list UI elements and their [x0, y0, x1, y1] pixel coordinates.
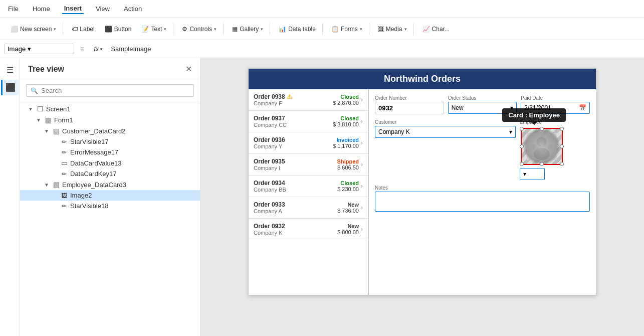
formula-input[interactable] [108, 44, 640, 54]
tree-node-starvisible17[interactable]: ▼ ✏ StarVisible17 [20, 136, 200, 147]
fx-button[interactable]: fx ▾ [90, 44, 106, 54]
search-input[interactable] [41, 87, 189, 94]
gallery-button[interactable]: ▦ Gallery ▾ [228, 23, 268, 35]
handle-bottom-left[interactable] [520, 162, 524, 166]
search-icon: 🔍 [31, 87, 38, 94]
chevron-right-icon: › [361, 139, 363, 146]
tree-node-datacardkey17[interactable]: ▼ ✏ DataCardKey17 [20, 169, 200, 179]
menu-insert[interactable]: Insert [62, 4, 84, 14]
chevron-right-icon: › [361, 96, 363, 103]
order-item[interactable]: Order 0932 Company K New $ 800.00 › [249, 219, 368, 240]
chevron-right-icon: › [361, 118, 363, 125]
node-label: StarVisible17 [70, 138, 108, 145]
employee-field: Employee [520, 119, 590, 180]
order-item[interactable]: Order 0937 Company CC Closed $ 3,810.00 … [249, 111, 368, 132]
chevron-down-icon: ▾ [360, 27, 362, 32]
node-label: Employee_DataCard3 [62, 181, 126, 189]
menu-file[interactable]: File [6, 4, 21, 14]
formula-bar: Image ▾ = fx ▾ [0, 40, 644, 58]
handle-top-right[interactable] [560, 127, 564, 131]
tree-close-button[interactable]: ✕ [185, 64, 192, 74]
expand-icon: ▼ [28, 106, 34, 112]
tree-content: ▼ ☐ Screen1 ▼ ▦ Form1 ▼ ▤ Customer_DataC… [20, 101, 200, 336]
expand-icon: ▼ [44, 182, 50, 188]
node-label: StarVisible18 [70, 202, 108, 210]
chevron-down-icon: ▾ [404, 27, 407, 32]
tree-view-icon[interactable]: ⬛ [1, 80, 19, 95]
svg-point-1 [537, 137, 547, 147]
chevron-down-icon: ▾ [28, 45, 31, 53]
chevron-down-icon: ▾ [523, 171, 526, 178]
tree-node-employee-datacard3[interactable]: ▼ ▤ Employee_DataCard3 [20, 179, 200, 190]
tree-title: Tree view [28, 65, 64, 74]
expand-icon: ▼ [44, 128, 50, 134]
handle-bottom-middle[interactable] [540, 162, 544, 166]
image-placeholder [522, 129, 562, 164]
handle-top-middle[interactable] [540, 127, 544, 131]
tree-node-screen1[interactable]: ▼ ☐ Screen1 [20, 103, 200, 114]
svg-point-4 [547, 144, 552, 149]
media-icon: 🖼 [378, 26, 384, 33]
formula-selector-value: Image [8, 45, 26, 53]
media-button[interactable]: 🖼 Media ▾ [373, 23, 411, 35]
order-number-control[interactable]: 0932 [375, 102, 444, 114]
image-icon: 🖼 [60, 192, 68, 199]
formula-selector[interactable]: Image ▾ [4, 44, 74, 54]
equals-sign: = [76, 45, 88, 53]
svg-point-3 [531, 144, 536, 149]
order-item[interactable]: Order 0938 ⚠ Company F Closed $ 2,870.00… [249, 89, 368, 111]
menu-action[interactable]: Action [122, 4, 144, 14]
tree-search-area: 🔍 [20, 80, 200, 101]
image-container[interactable] [521, 128, 563, 165]
order-item[interactable]: Order 0934 Company BB Closed $ 230.00 › [249, 176, 368, 197]
node-label: DataCardValue13 [70, 159, 121, 167]
tree-node-starvisible18[interactable]: ▼ ✏ StarVisible18 [20, 201, 200, 211]
node-label: Form1 [54, 116, 73, 124]
svg-rect-0 [527, 133, 557, 160]
menu-view[interactable]: View [94, 4, 112, 14]
edit-icon: ✏ [60, 171, 68, 178]
handle-bottom-right[interactable] [560, 162, 564, 166]
tree-node-customer-datacard2[interactable]: ▼ ▤ Customer_DataCard2 [20, 125, 200, 136]
controls-button[interactable]: ⚙ Controls ▾ [177, 23, 221, 35]
menu-home[interactable]: Home [31, 4, 52, 14]
data-table-button[interactable]: 📊 Data table [274, 23, 320, 35]
card-icon: ▤ [52, 127, 60, 135]
hamburger-icon[interactable]: ☰ [4, 62, 17, 78]
chevron-right-icon: › [361, 183, 363, 190]
tree-node-image2[interactable]: ▼ 🖼 Image2 [20, 190, 200, 201]
edit-icon: ✏ [60, 203, 68, 210]
forms-button[interactable]: 📋 Forms ▾ [327, 23, 367, 35]
tree-node-form1[interactable]: ▼ ▦ Form1 [20, 114, 200, 125]
search-box: 🔍 [26, 84, 194, 97]
button-icon: ⬛ [105, 26, 112, 33]
card-employee-tooltip: Card : Employee [502, 108, 566, 122]
order-item[interactable]: Order 0935 Company I Shipped $ 606.50 › [249, 154, 368, 176]
text-button[interactable]: 📝 Text ▾ [137, 23, 171, 35]
tree-header: Tree view ✕ [20, 58, 200, 80]
orders-list: Order 0938 ⚠ Company F Closed $ 2,870.00… [249, 89, 369, 295]
chart-icon: 📈 [422, 26, 430, 33]
tree-node-errormessage17[interactable]: ▼ ✏ ErrorMessage17 [20, 147, 200, 157]
employee-dropdown[interactable]: ▾ [520, 168, 545, 180]
order-item[interactable]: Order 0933 Company A New $ 736.00 › [249, 197, 368, 219]
handle-top-left[interactable] [520, 127, 524, 131]
node-label: Screen1 [46, 105, 70, 113]
toolbar: ⬜ New screen ▾ 🏷 Label ⬛ Button 📝 Text ▾… [0, 18, 644, 40]
tree-node-datacardvalue13[interactable]: ▼ ▭ DataCardValue13 [20, 157, 200, 169]
button-button[interactable]: ⬛ Button [100, 23, 136, 35]
handle-middle-left[interactable] [520, 144, 524, 148]
order-item[interactable]: Order 0936 Company Y Invoiced $ 1,170.00… [249, 132, 368, 154]
label-button[interactable]: 🏷 Label [67, 23, 99, 35]
notes-textarea[interactable] [375, 192, 590, 212]
node-label: ErrorMessage17 [70, 148, 118, 156]
menu-bar: File Home Insert View Action [0, 0, 644, 18]
chevron-down-icon: ▾ [261, 27, 263, 32]
node-label: DataCardKey17 [70, 170, 117, 178]
handle-middle-right[interactable] [560, 144, 564, 148]
new-screen-button[interactable]: ⬜ New screen ▾ [6, 23, 61, 35]
svg-point-2 [534, 148, 550, 160]
detail-row-notes: Notes [375, 185, 590, 213]
chart-button[interactable]: 📈 Char... [418, 23, 454, 35]
customer-dropdown[interactable]: Company K ▾ [375, 126, 516, 138]
